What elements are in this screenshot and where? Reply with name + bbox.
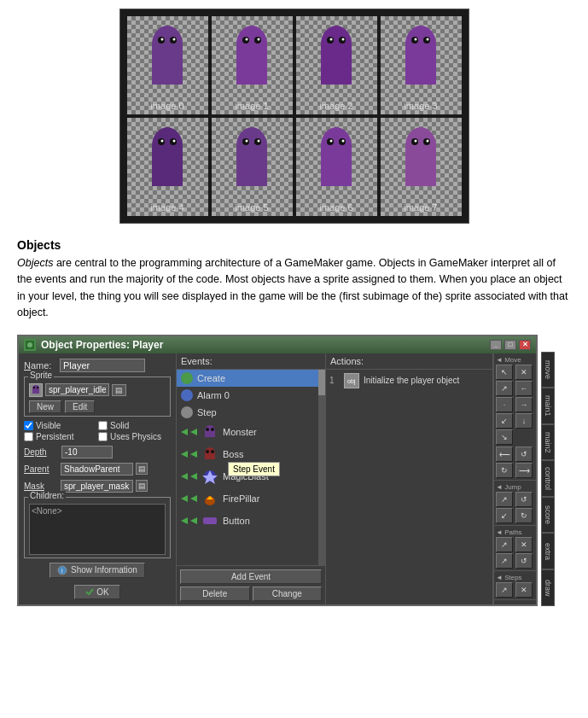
event-monster[interactable]: Monster <box>177 421 325 443</box>
tab-main1[interactable]: main1 <box>541 388 555 424</box>
move-btn-9[interactable]: ↘ <box>496 429 513 445</box>
add-event-button[interactable]: Add Event <box>180 569 322 584</box>
svg-point-28 <box>161 140 164 143</box>
move-btn-2[interactable]: ✕ <box>515 365 533 380</box>
event-create[interactable]: Create <box>177 370 325 387</box>
show-info-button[interactable]: i Show Information <box>49 563 145 578</box>
sprite-label-1: image 1 <box>235 101 268 111</box>
toolbar-move-section: ◄ Move ↖ ✕ ↗ ← · → ↙ ↓ ↘ <box>494 353 536 481</box>
svg-point-41 <box>342 140 345 143</box>
change-button[interactable]: Change <box>253 587 323 601</box>
vertical-labels: move main1 main2 control score extra dra… <box>541 352 555 606</box>
gamemaker-icon <box>24 339 36 351</box>
tab-extra[interactable]: extra <box>541 533 555 569</box>
event-alarm0[interactable]: Alarm 0 <box>177 387 325 404</box>
uses-physics-checkbox[interactable] <box>98 432 108 441</box>
sprite-name-input[interactable] <box>45 383 109 396</box>
sprite-grid: image 0 image 1 <box>119 9 469 224</box>
move-speed-1[interactable]: ⟵ <box>496 447 513 462</box>
steps-btn-2[interactable]: ✕ <box>515 582 533 598</box>
visible-label: Visible <box>36 421 61 430</box>
arrow-icon <box>181 429 188 435</box>
steps-btn-1[interactable]: ↗ <box>496 582 513 598</box>
obj-panel-wrapper: Object Properties: Player _ □ ✕ Name: <box>0 330 588 619</box>
move-btn-8[interactable]: ↓ <box>515 413 533 429</box>
tab-move[interactable]: move <box>541 352 555 388</box>
jump-btn-1[interactable]: ↗ <box>496 492 513 507</box>
mask-browse-btn[interactable]: ▤ <box>136 480 148 492</box>
sprite-label-0: image 0 <box>150 101 183 111</box>
ok-button[interactable]: OK <box>74 585 119 599</box>
tab-score[interactable]: score <box>541 497 555 534</box>
move-btn-7[interactable]: ↙ <box>496 413 513 429</box>
svg-point-50 <box>27 342 32 347</box>
svg-point-23 <box>427 38 429 41</box>
paths-btn-2[interactable]: ✕ <box>515 537 533 552</box>
parent-row: Parent ▤ <box>24 463 171 476</box>
move-btn-5[interactable]: · <box>496 397 513 412</box>
svg-point-4 <box>161 38 164 41</box>
tab-main2[interactable]: main2 <box>541 424 555 461</box>
move-btn-4[interactable]: ← <box>515 381 533 396</box>
svg-marker-61 <box>190 429 197 435</box>
move-btn-6[interactable]: → <box>515 397 533 412</box>
sprite-group-label: Sprite <box>28 371 54 380</box>
visible-checkbox-label[interactable]: Visible <box>24 421 96 430</box>
left-panel: Name: Sprite <box>19 353 177 604</box>
create-event-icon <box>181 372 193 384</box>
maximize-btn[interactable]: □ <box>504 340 516 350</box>
mask-input[interactable] <box>61 480 133 493</box>
tab-draw[interactable]: draw <box>541 569 555 606</box>
sprite-browse-btn[interactable]: ▤ <box>112 384 126 396</box>
persistent-checkbox[interactable] <box>24 432 33 441</box>
depth-input[interactable] <box>61 446 113 458</box>
jump-btn-3[interactable]: ↙ <box>496 508 513 523</box>
sprite-label-2: image 2 <box>319 101 352 111</box>
parent-browse-btn[interactable]: ▤ <box>136 463 148 475</box>
events-scrollbar[interactable] <box>318 370 325 565</box>
uses-physics-checkbox-label[interactable]: Uses Physics <box>98 432 171 441</box>
paths-btn-1[interactable]: ↗ <box>496 537 513 552</box>
toolbar-paths-section: ◄ Paths ↗ ✕ ↗ ↺ <box>494 526 536 571</box>
move-speed-4[interactable]: ⟶ <box>515 463 533 478</box>
svg-point-70 <box>206 450 209 453</box>
steps-buttons: ↗ ✕ <box>496 582 534 598</box>
titlebar-controls[interactable]: _ □ ✕ <box>490 340 531 350</box>
move-speed-2[interactable]: ↺ <box>515 447 533 462</box>
svg-point-17 <box>342 38 345 41</box>
event-step-label: Step <box>197 407 217 417</box>
svg-point-53 <box>33 386 35 388</box>
move-speed-3[interactable]: ↻ <box>496 463 513 478</box>
event-step[interactable]: Step Step Event <box>177 404 325 421</box>
move-btn-3[interactable]: ↗ <box>496 381 513 396</box>
arrow-icon3 <box>181 451 188 458</box>
solid-checkbox[interactable] <box>98 421 108 430</box>
parent-label: Parent <box>24 464 58 474</box>
panel-title: Object Properties: Player <box>41 339 163 351</box>
visible-checkbox[interactable] <box>24 421 33 430</box>
event-firepillar[interactable]: FirePillar <box>177 487 325 510</box>
close-btn[interactable]: ✕ <box>519 340 531 350</box>
parent-input[interactable] <box>61 463 133 476</box>
persistent-checkbox-label[interactable]: Persistent <box>24 432 96 441</box>
edit-button[interactable]: Edit <box>65 400 95 413</box>
paths-btn-3[interactable]: ↗ <box>496 553 513 569</box>
paths-btn-4[interactable]: ↺ <box>515 553 533 569</box>
event-button[interactable]: Button <box>177 510 325 532</box>
jump-btn-2[interactable]: ↺ <box>515 492 533 507</box>
objects-description: Objects are central to the programming a… <box>17 255 571 322</box>
jump-btn-4[interactable]: ↻ <box>515 508 533 523</box>
event-button-label: Button <box>223 516 250 526</box>
sprite-row: ▤ <box>29 383 166 397</box>
actions-header: Actions: <box>326 353 492 370</box>
new-button[interactable]: New <box>29 400 61 413</box>
delete-button[interactable]: Delete <box>180 587 250 601</box>
move-btn-1[interactable]: ↖ <box>496 365 513 380</box>
tab-control[interactable]: control <box>541 460 555 497</box>
name-input[interactable] <box>60 359 145 372</box>
events-list: Create Alarm 0 <box>177 370 325 565</box>
minimize-btn[interactable]: _ <box>490 340 502 350</box>
jump-buttons: ↗ ↺ ↙ ↻ <box>496 492 534 523</box>
solid-checkbox-label[interactable]: Solid <box>98 421 171 430</box>
svg-point-64 <box>206 428 209 431</box>
